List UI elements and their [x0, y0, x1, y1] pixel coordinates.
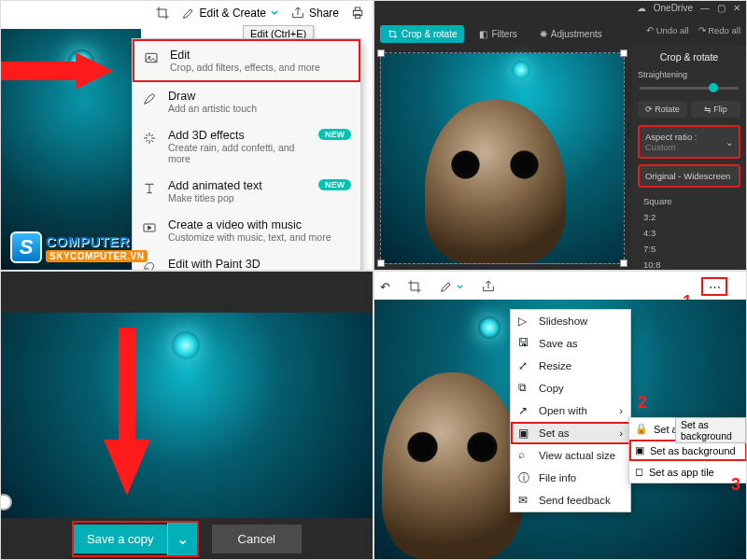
menu-copy[interactable]: ⧉Copy	[511, 377, 630, 399]
adjustments-tab[interactable]: ✺ Adjustments	[532, 25, 610, 43]
open-icon: ↗	[518, 404, 531, 417]
aspect-square[interactable]: Square	[638, 193, 740, 209]
aspect-option[interactable]: 4:3	[638, 225, 740, 241]
crop-rotate-tab[interactable]: Crop & rotate	[380, 25, 464, 43]
hover-tooltip: Set as background	[675, 417, 746, 443]
chevron-down-icon: ⌄	[726, 137, 733, 147]
image-content	[382, 372, 523, 559]
chevron-right-icon: ›	[619, 427, 623, 439]
aspect-option[interactable]: 10:8	[638, 257, 740, 271]
print-icon[interactable]	[350, 6, 365, 21]
image-icon	[144, 50, 161, 67]
svg-rect-2	[355, 14, 359, 18]
new-badge: NEW	[318, 129, 351, 140]
svg-rect-0	[353, 10, 361, 15]
tile-icon: ◻	[635, 466, 643, 478]
minimize-button[interactable]: —	[700, 3, 710, 13]
image-preview	[1, 313, 373, 518]
straighten-slider[interactable]	[640, 87, 739, 90]
aspect-original[interactable]: Original - Widescreen	[638, 164, 740, 188]
straighten-label: Straightening	[638, 70, 740, 79]
svg-rect-1	[355, 7, 359, 10]
crop-icon[interactable]	[155, 6, 170, 21]
menu-edit[interactable]: EditCrop, add filters, effects, and more	[133, 39, 360, 82]
crop-icon[interactable]	[407, 279, 422, 294]
menu-resize[interactable]: ⤢Resize	[511, 355, 630, 377]
undo-icon[interactable]: ↶	[380, 280, 390, 294]
step-number: 2	[638, 393, 647, 413]
new-badge: NEW	[318, 179, 351, 190]
sparkle-icon	[142, 131, 159, 147]
app-title: OneDrive	[654, 3, 693, 13]
chevron-right-icon: ›	[619, 405, 623, 416]
lock-icon: 🔒	[635, 423, 648, 435]
aspect-option[interactable]: 3:2	[638, 209, 740, 225]
edit-create-button[interactable]: Edit & Create	[181, 6, 279, 21]
save-icon: 🖫	[518, 337, 531, 350]
red-arrow-icon	[1, 52, 113, 90]
menu-animated-text[interactable]: Add animated textMake titles popNEW	[133, 172, 360, 211]
save-copy-button[interactable]: Save a copy⌄	[72, 521, 199, 557]
chevron-down-icon[interactable]: ⌄	[167, 523, 197, 555]
undo-all-button[interactable]: ↶ Undo all	[646, 25, 689, 35]
pen-icon	[142, 91, 159, 108]
feedback-icon: ✉	[518, 494, 531, 507]
crop-handle[interactable]	[377, 49, 385, 57]
maximize-button[interactable]: ▢	[717, 3, 726, 13]
menu-save-as[interactable]: 🖫Save as	[511, 332, 630, 355]
menu-set-as[interactable]: ▣Set as›	[511, 422, 630, 444]
aspect-option[interactable]: 7:5	[638, 241, 740, 257]
image-content	[425, 100, 566, 264]
crop-sidebar: Crop & rotate Straightening ⟳ Rotate ⇋ F…	[632, 46, 746, 270]
redo-all-button[interactable]: ↷ Redo all	[698, 25, 741, 35]
rotate-button[interactable]: ⟳ Rotate	[638, 101, 687, 118]
menu-draw[interactable]: DrawAdd an artistic touch	[133, 82, 360, 121]
close-button[interactable]: ✕	[733, 3, 740, 13]
share-button[interactable]: Share	[290, 6, 339, 21]
context-menu: ▷Slideshow 🖫Save as ⤢Resize ⧉Copy ↗Open …	[510, 309, 631, 512]
sidebar-header: Crop & rotate	[638, 51, 740, 63]
crop-handle[interactable]	[620, 49, 627, 57]
resize-icon: ⤢	[518, 359, 531, 372]
submenu-app-tile[interactable]: ◻Set as app tile	[629, 461, 747, 483]
play-icon: ▷	[518, 315, 531, 328]
cancel-button[interactable]: Cancel	[212, 525, 302, 553]
more-button[interactable]: ⋯	[701, 277, 727, 296]
copy-icon: ⧉	[518, 382, 531, 395]
menu-actual-size[interactable]: ⌕View actual size	[511, 444, 630, 467]
menu-3d-effects[interactable]: Add 3D effectsCreate rain, add confetti,…	[133, 121, 360, 172]
menu-send-feedback[interactable]: ✉Send feedback	[511, 489, 630, 511]
red-arrow-down-icon	[104, 328, 150, 496]
menu-open-with[interactable]: ↗Open with›	[511, 399, 630, 422]
edit-icon[interactable]	[439, 279, 464, 294]
watermark-logo: SCOMPUTERSKYCOMPUTER.VN	[10, 231, 178, 263]
crop-handle[interactable]	[620, 259, 627, 267]
aspect-ratio-dropdown[interactable]: Aspect ratio : Custom⌄	[638, 125, 740, 159]
share-icon[interactable]	[481, 279, 496, 294]
crop-canvas[interactable]	[380, 52, 625, 264]
text-icon	[142, 181, 159, 198]
crop-handle[interactable]	[377, 259, 385, 267]
svg-marker-3	[1, 52, 113, 90]
step-number: 3	[731, 475, 740, 495]
zoom-icon: ⌕	[518, 449, 531, 462]
menu-file-info[interactable]: ⓘFile info	[511, 467, 630, 489]
cloud-icon: ☁	[637, 3, 646, 13]
desktop-icon: ▣	[635, 444, 644, 456]
info-icon: ⓘ	[518, 471, 531, 484]
menu-slideshow[interactable]: ▷Slideshow	[511, 310, 630, 332]
ellipsis-icon: ⋯	[709, 280, 721, 294]
filters-tab[interactable]: ◧ Filters	[472, 25, 524, 43]
image-icon: ▣	[518, 427, 531, 440]
flip-button[interactable]: ⇋ Flip	[691, 101, 740, 118]
svg-marker-8	[104, 328, 150, 496]
